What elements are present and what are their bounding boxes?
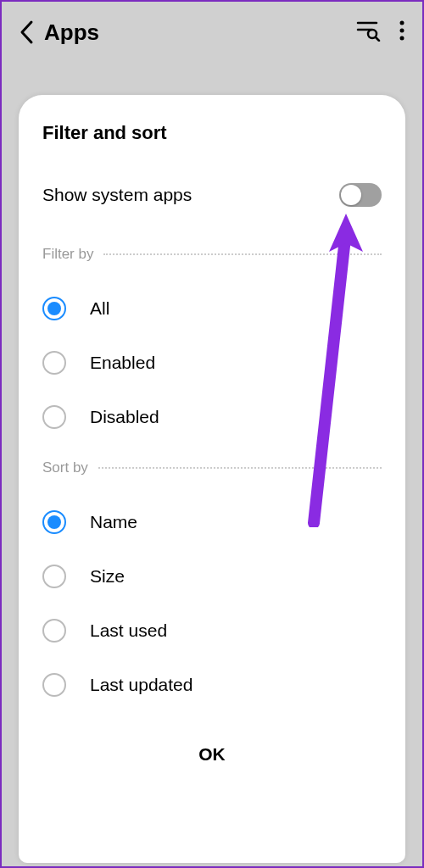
divider <box>98 467 382 469</box>
back-button[interactable] <box>19 19 34 45</box>
radio-button[interactable] <box>42 405 66 429</box>
sort-option-size[interactable]: Size <box>42 549 382 604</box>
option-label: Last updated <box>90 675 192 695</box>
svg-point-5 <box>400 29 404 33</box>
filter-section-header: Filter by <box>42 246 382 263</box>
show-system-apps-toggle[interactable] <box>339 183 382 207</box>
sort-option-last-updated[interactable]: Last updated <box>42 658 382 712</box>
option-label: Disabled <box>90 407 159 427</box>
svg-point-4 <box>400 21 404 25</box>
sort-option-last-used[interactable]: Last used <box>42 604 382 658</box>
filter-by-label: Filter by <box>42 246 93 263</box>
divider <box>103 253 382 255</box>
sheet-title: Filter and sort <box>42 122 382 144</box>
show-system-apps-row[interactable]: Show system apps <box>42 183 382 207</box>
option-label: All <box>90 298 109 319</box>
radio-button[interactable] <box>42 297 66 320</box>
filter-option-disabled[interactable]: Disabled <box>42 390 382 444</box>
filter-sort-sheet: Filter and sort Show system apps Filter … <box>19 95 405 863</box>
ok-button[interactable]: OK <box>42 724 382 773</box>
chevron-left-icon <box>19 19 34 45</box>
filter-option-enabled[interactable]: Enabled <box>42 336 382 390</box>
page-title: Apps <box>44 19 356 46</box>
toggle-label: Show system apps <box>42 185 192 205</box>
sort-by-label: Sort by <box>42 459 88 476</box>
option-label: Size <box>90 566 125 587</box>
sort-section-header: Sort by <box>42 459 382 476</box>
radio-button[interactable] <box>42 619 66 643</box>
radio-button[interactable] <box>42 565 66 588</box>
svg-line-3 <box>376 37 379 41</box>
search-list-icon[interactable] <box>356 19 382 45</box>
svg-point-6 <box>400 36 404 41</box>
app-header: Apps <box>2 2 422 63</box>
radio-button[interactable] <box>42 351 66 375</box>
option-label: Name <box>90 512 137 532</box>
toggle-thumb <box>341 185 361 205</box>
radio-button[interactable] <box>42 673 66 697</box>
radio-button[interactable] <box>42 510 66 534</box>
filter-option-all[interactable]: All <box>42 281 382 336</box>
option-label: Last used <box>90 620 167 641</box>
sort-option-name[interactable]: Name <box>42 495 382 549</box>
option-label: Enabled <box>90 353 155 373</box>
more-options-icon[interactable] <box>399 19 405 45</box>
